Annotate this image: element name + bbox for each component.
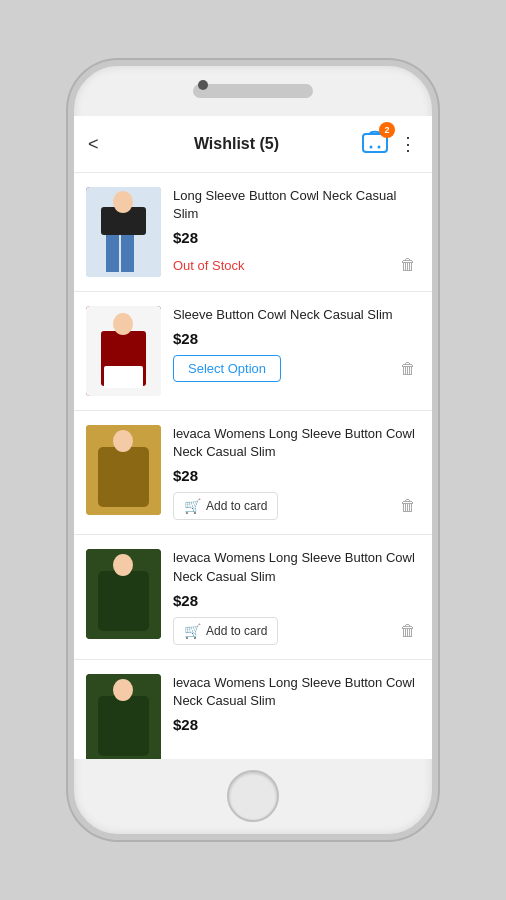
item-action-row-4: 🛒 Add to card 🗑: [173, 617, 420, 645]
delete-button-1[interactable]: 🗑: [396, 254, 420, 276]
app-header: < Wishlist (5) 2 ⋮: [74, 116, 432, 173]
header-actions: 2 ⋮: [361, 128, 418, 160]
wishlist-item-5: levaca Womens Long Sleeve Button Cowl Ne…: [74, 660, 432, 759]
product-name-1: Long Sleeve Button Cowl Neck Casual Slim: [173, 187, 420, 223]
add-to-cart-button-3[interactable]: 🛒 Add to card: [173, 492, 278, 520]
svg-rect-4: [106, 232, 119, 272]
svg-point-2: [377, 146, 380, 149]
screen: < Wishlist (5) 2 ⋮: [74, 116, 432, 759]
delete-button-2[interactable]: 🗑: [396, 358, 420, 380]
product-details-3: levaca Womens Long Sleeve Button Cowl Ne…: [173, 425, 420, 520]
phone-camera: [198, 80, 208, 90]
product-img-svg-2: [86, 306, 161, 396]
product-image-2[interactable]: [86, 306, 161, 396]
product-name-4: levaca Womens Long Sleeve Button Cowl Ne…: [173, 549, 420, 585]
power-button: [436, 226, 438, 276]
wishlist-item-3: levaca Womens Long Sleeve Button Cowl Ne…: [74, 411, 432, 535]
product-img-svg-5: [86, 674, 161, 759]
product-price-3: $28: [173, 467, 420, 484]
select-option-button-2[interactable]: Select Option: [173, 355, 281, 382]
product-details-5: levaca Womens Long Sleeve Button Cowl Ne…: [173, 674, 420, 741]
svg-point-7: [113, 191, 133, 213]
product-name-5: levaca Womens Long Sleeve Button Cowl Ne…: [173, 674, 420, 710]
item-action-row-3: 🛒 Add to card 🗑: [173, 492, 420, 520]
product-price-1: $28: [173, 229, 420, 246]
product-img-svg-3: [86, 425, 161, 515]
product-name-3: levaca Womens Long Sleeve Button Cowl Ne…: [173, 425, 420, 461]
product-details-2: Sleeve Button Cowl Neck Casual Slim $28 …: [173, 306, 420, 382]
add-to-cart-button-4[interactable]: 🛒 Add to card: [173, 617, 278, 645]
product-image-1[interactable]: [86, 187, 161, 277]
svg-rect-10: [104, 366, 143, 388]
item-action-row-2: Select Option 🗑: [173, 355, 420, 382]
svg-rect-16: [98, 571, 149, 631]
cart-badge: 2: [379, 122, 395, 138]
product-price-5: $28: [173, 716, 420, 733]
svg-point-1: [369, 146, 372, 149]
page-title: Wishlist (5): [194, 135, 279, 153]
product-price-2: $28: [173, 330, 420, 347]
back-button[interactable]: <: [88, 134, 112, 155]
phone-speaker: [193, 84, 313, 98]
wishlist-item-1: Long Sleeve Button Cowl Neck Casual Slim…: [74, 173, 432, 292]
product-img-svg-1: [86, 187, 161, 277]
phone-wrapper: < Wishlist (5) 2 ⋮: [0, 0, 506, 900]
more-options-button[interactable]: ⋮: [399, 133, 418, 155]
out-of-stock-label-1: Out of Stock: [173, 258, 245, 273]
product-img-svg-4: [86, 549, 161, 639]
cart-add-icon-4: 🛒: [184, 623, 201, 639]
product-price-4: $28: [173, 592, 420, 609]
svg-rect-13: [98, 447, 149, 507]
svg-rect-5: [121, 232, 134, 272]
svg-point-14: [113, 430, 133, 452]
wishlist-scroll-area[interactable]: Long Sleeve Button Cowl Neck Casual Slim…: [74, 173, 432, 759]
svg-rect-19: [98, 696, 149, 756]
wishlist-item-4: levaca Womens Long Sleeve Button Cowl Ne…: [74, 535, 432, 659]
delete-button-4[interactable]: 🗑: [396, 620, 420, 642]
product-details-4: levaca Womens Long Sleeve Button Cowl Ne…: [173, 549, 420, 644]
svg-point-17: [113, 554, 133, 576]
add-to-cart-label-4: Add to card: [206, 624, 267, 638]
cart-add-icon-3: 🛒: [184, 498, 201, 514]
product-image-5[interactable]: [86, 674, 161, 759]
item-action-row-1: Out of Stock 🗑: [173, 254, 420, 276]
delete-button-3[interactable]: 🗑: [396, 495, 420, 517]
home-button[interactable]: [227, 770, 279, 822]
volume-up-button: [68, 206, 70, 242]
volume-down-button: [68, 256, 70, 292]
product-name-2: Sleeve Button Cowl Neck Casual Slim: [173, 306, 420, 324]
product-image-3[interactable]: [86, 425, 161, 515]
svg-point-11: [113, 313, 133, 335]
svg-point-20: [113, 679, 133, 701]
product-image-4[interactable]: [86, 549, 161, 639]
cart-button[interactable]: 2: [361, 128, 389, 160]
phone-body: < Wishlist (5) 2 ⋮: [68, 60, 438, 840]
add-to-cart-label-3: Add to card: [206, 499, 267, 513]
wishlist-item-2: Sleeve Button Cowl Neck Casual Slim $28 …: [74, 292, 432, 411]
product-details-1: Long Sleeve Button Cowl Neck Casual Slim…: [173, 187, 420, 276]
